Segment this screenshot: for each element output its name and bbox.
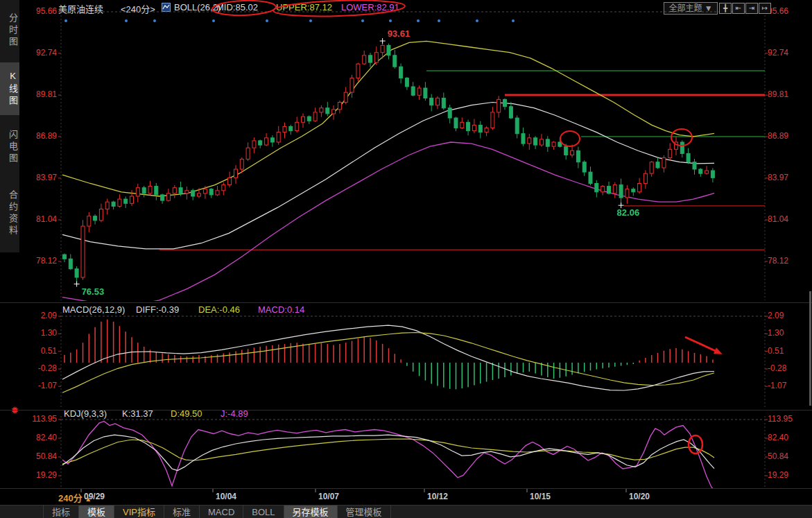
xaxis-line xyxy=(0,488,812,489)
axis-tick-label: 50.84 xyxy=(21,451,57,461)
axis-tick-label: 92.74 xyxy=(768,48,804,58)
date-label: 10/20 xyxy=(629,492,650,501)
scrollbar-thumb[interactable] xyxy=(809,291,811,406)
date-label: 10/07 xyxy=(318,492,339,501)
axis-tick-label: -1.07 xyxy=(768,381,804,390)
tab-2[interactable]: VIP指标 xyxy=(114,506,164,518)
compress-left-icon[interactable]: ⇤ xyxy=(732,3,745,14)
toolbar-spacer xyxy=(0,506,44,518)
svg-text:82.06: 82.06 xyxy=(617,207,640,218)
axis-tick-label: 78.12 xyxy=(21,256,57,266)
axis-tick-label: 82.40 xyxy=(768,433,804,442)
macd-diff-value: DIFF:-0.39 xyxy=(136,304,179,315)
tab-3[interactable]: 标准 xyxy=(164,506,200,518)
axis-tick-label: 83.97 xyxy=(768,173,804,182)
macd-histogram xyxy=(64,320,713,390)
tab-7[interactable]: 管理模板 xyxy=(338,506,391,518)
axis-tick-label: 89.81 xyxy=(768,89,804,99)
macd-dea-value: DEA:-0.46 xyxy=(198,304,240,315)
axis-tick-label: 86.89 xyxy=(768,131,804,141)
grid-dashed-lines xyxy=(61,12,765,420)
date-label: 10/12 xyxy=(427,492,448,501)
support-resistance-lines[interactable] xyxy=(159,71,765,250)
date-label: 10/15 xyxy=(530,492,551,501)
tab-1[interactable]: 模板 xyxy=(79,506,114,518)
svg-text:93.61: 93.61 xyxy=(388,28,411,39)
session-dot-markers xyxy=(64,19,515,22)
axis-tick-label: -1.07 xyxy=(21,381,57,390)
kdj-lines xyxy=(62,422,714,490)
axis-tick-label: 86.89 xyxy=(21,131,57,141)
macd-params-label[interactable]: MACD(26,12,9) xyxy=(62,304,125,315)
axis-tick-label: 81.04 xyxy=(21,214,57,224)
axis-tick-label: 0.51 xyxy=(21,346,57,356)
axis-tick-label: 78.12 xyxy=(768,256,804,266)
trading-app-window: 分时图K线图闪电图合约资料 ✹ 美原油连续 <240分> BOLL(26,2) … xyxy=(0,0,812,518)
kdj-k-value: K:31.37 xyxy=(122,408,153,419)
axis-ticks xyxy=(58,12,768,476)
axis-tick-label: 113.95 xyxy=(768,414,804,424)
svg-text:76.53: 76.53 xyxy=(82,286,105,297)
date-label: 09/29 xyxy=(84,492,105,501)
axis-tick-label: 95.66 xyxy=(768,6,804,16)
axis-tick-label: 89.81 xyxy=(21,89,57,99)
bottom-toolbar: 指标模板VIP指标标准MACDBOLL另存模板管理模板 xyxy=(0,505,812,518)
axis-tick-label: 2.09 xyxy=(768,311,804,320)
axis-tick-label: -0.28 xyxy=(768,363,804,373)
axis-tick-label: 83.97 xyxy=(21,173,57,182)
axis-tick-label: 92.74 xyxy=(21,48,57,58)
tab-6[interactable]: 另存模板 xyxy=(284,506,338,518)
axis-tick-label: 81.04 xyxy=(768,214,804,224)
compress-right-icon[interactable]: ⇥ xyxy=(745,3,758,14)
crosshair-move-icon[interactable]: ╋ xyxy=(719,3,732,14)
axis-tick-label: 113.95 xyxy=(21,414,57,424)
tab-0[interactable]: 指标 xyxy=(44,506,79,518)
axis-tick-label: 1.30 xyxy=(21,328,57,338)
date-label: 10/04 xyxy=(216,492,236,501)
bollinger-bands xyxy=(62,41,714,306)
axis-tick-label: 82.40 xyxy=(21,433,57,442)
axis-tick-label: 19.29 xyxy=(21,470,57,480)
axis-tick-label: 50.84 xyxy=(768,451,804,461)
tab-5[interactable]: BOLL xyxy=(243,506,284,518)
panel-separator xyxy=(0,302,812,303)
axis-tick-label: 0.51 xyxy=(768,346,804,356)
candlestick-series[interactable] xyxy=(63,41,715,284)
macd-value: MACD:0.14 xyxy=(258,304,304,315)
kdj-d-value: D:49.50 xyxy=(171,408,202,419)
axis-tick-label: -0.28 xyxy=(21,363,57,373)
axis-tick-label: 2.09 xyxy=(21,311,57,320)
kdj-params-label[interactable]: KDJ(9,3,3) xyxy=(64,408,107,419)
chart-canvas[interactable]: 76.5393.6182.06 xyxy=(0,0,812,518)
axis-tick-label: 95.66 xyxy=(21,6,57,16)
tab-4[interactable]: MACD xyxy=(200,506,243,518)
axis-tick-label: 19.29 xyxy=(768,470,804,480)
axis-tick-label: 1.30 xyxy=(768,328,804,338)
kdj-j-value: J:-4.89 xyxy=(221,408,248,419)
pan-right-icon[interactable]: ↦ xyxy=(759,3,771,14)
